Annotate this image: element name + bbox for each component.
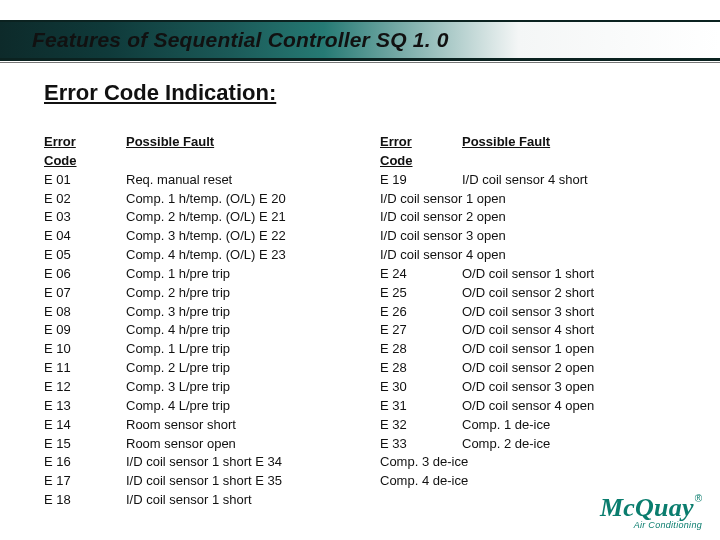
col-header-code: ErrorCode [380,133,462,171]
table-row: E 27O/D coil sensor 4 short [380,321,676,340]
table-row: E 33Comp. 2 de-ice [380,435,676,454]
logo-reg: ® [695,493,702,504]
error-code: E 25 [380,284,462,303]
error-fault: Comp. 1 h/temp. (O/L) E 20 [126,190,340,209]
error-fault: O/D coil sensor 4 short [462,321,676,340]
table-row: E 32Comp. 1 de-ice [380,416,676,435]
table-row: E 06Comp. 1 h/pre trip [44,265,340,284]
error-fault: Comp. 3 h/temp. (O/L) E 22 [126,227,340,246]
logo-text: McQuay [600,493,694,522]
table-row: E 15Room sensor open [44,435,340,454]
table-row: I/D coil sensor 4 open [380,246,676,265]
error-code: E 31 [380,397,462,416]
error-fault: Comp. 2 h/temp. (O/L) E 21 [126,208,340,227]
error-fault: I/D coil sensor 1 open [380,190,676,209]
error-fault: Room sensor short [126,416,340,435]
table-row: E 05Comp. 4 h/temp. (O/L) E 23 [44,246,340,265]
table-row: E 26O/D coil sensor 3 short [380,303,676,322]
error-code: E 02 [44,190,126,209]
error-fault: Req. manual reset [126,171,340,190]
error-code: E 30 [380,378,462,397]
table-row: E 04Comp. 3 h/temp. (O/L) E 22 [44,227,340,246]
error-fault: Comp. 3 L/pre trip [126,378,340,397]
table-row: E 31O/D coil sensor 4 open [380,397,676,416]
table-row: E 03Comp. 2 h/temp. (O/L) E 21 [44,208,340,227]
left-column: ErrorCode Possible Fault E 01Req. manual… [44,133,340,510]
error-fault: Room sensor open [126,435,340,454]
table-row: E 12Comp. 3 L/pre trip [44,378,340,397]
error-fault: O/D coil sensor 1 short [462,265,676,284]
table-row: E 17 I/D coil sensor 1 short E 35 [44,472,340,491]
error-code: E 04 [44,227,126,246]
error-code: E 13 [44,397,126,416]
error-fault: O/D coil sensor 2 open [462,359,676,378]
error-code: E 26 [380,303,462,322]
table-row: E 02Comp. 1 h/temp. (O/L) E 20 [44,190,340,209]
divider-mid [0,58,720,61]
table-row: E 11Comp. 2 L/pre trip [44,359,340,378]
error-fault: Comp. 2 h/pre trip [126,284,340,303]
table-row: E 28O/D coil sensor 2 open [380,359,676,378]
error-code: E 27 [380,321,462,340]
error-fault: Comp. 2 L/pre trip [126,359,340,378]
table-row: E 07Comp. 2 h/pre trip [44,284,340,303]
error-code: E 05 [44,246,126,265]
error-code: E 08 [44,303,126,322]
table-row: E 09Comp. 4 h/pre trip [44,321,340,340]
table-row: E 10Comp. 1 L/pre trip [44,340,340,359]
error-code: E 19 [380,171,462,190]
table-row: E 01Req. manual reset [44,171,340,190]
footer-logo: McQuay® Air Conditioning [600,493,702,530]
error-fault: I/D coil sensor 1 short E 35 [126,472,340,491]
table-row: E 13Comp. 4 L/pre trip [44,397,340,416]
table-row: E 19I/D coil sensor 4 short [380,171,676,190]
error-fault: Comp. 1 de-ice [462,416,676,435]
right-column: ErrorCode Possible Fault E 19I/D coil se… [380,133,676,510]
error-table: ErrorCode Possible Fault E 01Req. manual… [44,133,676,510]
error-code: E 28 [380,359,462,378]
error-code: E 09 [44,321,126,340]
error-code: E 07 [44,284,126,303]
error-code: E 03 [44,208,126,227]
col-header-fault: Possible Fault [126,133,340,171]
section-heading: Error Code Indication: [44,80,276,106]
divider-shadow [0,62,720,63]
table-row: E 14Room sensor short [44,416,340,435]
table-row: I/D coil sensor 2 open [380,208,676,227]
error-code: E 01 [44,171,126,190]
title-band: Features of Sequential Controller SQ 1. … [0,22,720,58]
error-fault: I/D coil sensor 4 short [462,171,676,190]
table-row: I/D coil sensor 1 open [380,190,676,209]
error-fault: O/D coil sensor 3 open [462,378,676,397]
error-fault: Comp. 3 de-ice [380,453,676,472]
error-fault: O/D coil sensor 3 short [462,303,676,322]
error-code: E 06 [44,265,126,284]
error-fault: I/D coil sensor 2 open [380,208,676,227]
table-row: Comp. 4 de-ice [380,472,676,491]
table-row: E 24O/D coil sensor 1 short [380,265,676,284]
error-code: E 17 [44,472,126,491]
table-row: Comp. 3 de-ice [380,453,676,472]
error-fault: Comp. 4 h/pre trip [126,321,340,340]
error-fault: Comp. 4 de-ice [380,472,676,491]
error-code: E 32 [380,416,462,435]
error-code: E 15 [44,435,126,454]
error-code: E 11 [44,359,126,378]
error-fault: Comp. 1 L/pre trip [126,340,340,359]
table-row: E 30O/D coil sensor 3 open [380,378,676,397]
error-fault: O/D coil sensor 2 short [462,284,676,303]
error-fault: O/D coil sensor 1 open [462,340,676,359]
error-fault: Comp. 4 h/temp. (O/L) E 23 [126,246,340,265]
error-fault: Comp. 2 de-ice [462,435,676,454]
error-code: E 16 [44,453,126,472]
error-fault: I/D coil sensor 4 open [380,246,676,265]
col-header-code: ErrorCode [44,133,126,171]
slide-title: Features of Sequential Controller SQ 1. … [32,28,449,52]
error-fault: O/D coil sensor 4 open [462,397,676,416]
table-row: E 08Comp. 3 h/pre trip [44,303,340,322]
error-fault: Comp. 3 h/pre trip [126,303,340,322]
error-code: E 18 [44,491,126,510]
table-row: E 16I/D coil sensor 1 short E 34 [44,453,340,472]
table-row: E 25O/D coil sensor 2 short [380,284,676,303]
error-code: E 14 [44,416,126,435]
